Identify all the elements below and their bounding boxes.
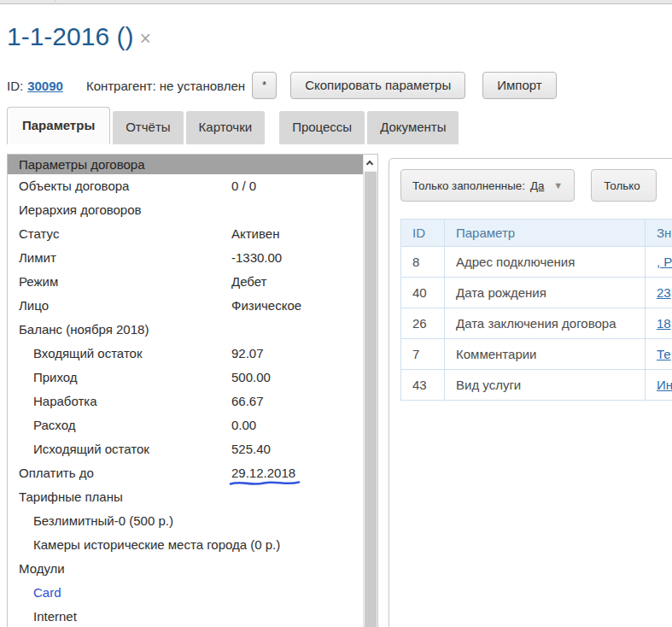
param-row: 7КомментарииТе: [401, 339, 672, 370]
param-id-cell: 26: [401, 308, 445, 339]
left-panel-row[interactable]: Баланс (ноября 2018): [8, 318, 377, 342]
row-label: Лимит: [8, 246, 56, 270]
left-panel-row[interactable]: Исходящий остаток525.40: [8, 437, 377, 461]
top-strip-divider: [55, 0, 56, 4]
import-button[interactable]: Импорт: [482, 72, 556, 99]
row-value: 500.00: [231, 366, 271, 390]
left-panel-row[interactable]: Тарифные планы: [8, 485, 377, 509]
tab-otchety[interactable]: Отчёты: [113, 111, 183, 144]
row-label: Приход: [8, 366, 78, 390]
parameters-table: ID Параметр Зн 8Адрес подключения, Р40Да…: [400, 219, 672, 401]
counterparty-select-button[interactable]: *: [252, 72, 277, 99]
param-name-cell: Дата заключения договора: [445, 308, 646, 339]
scroll-up-button[interactable]: [364, 155, 377, 171]
contract-title: 1-1-2016 (): [7, 22, 133, 51]
param-name-cell: Адрес подключения: [445, 247, 646, 278]
left-panel-row[interactable]: Лимит-1330.00: [8, 246, 377, 270]
left-panel-row[interactable]: Камеры исторические места города (0 р.): [8, 533, 377, 557]
filter-second-dropdown[interactable]: Только: [591, 169, 656, 202]
param-name-cell: Дата рождения: [445, 278, 646, 308]
left-panel-row[interactable]: РежимДебет: [8, 270, 377, 294]
page-title: 1-1-2016 () ×: [7, 22, 151, 51]
param-row: 8Адрес подключения, Р: [401, 247, 672, 278]
filter-filled-label: Только заполненные:: [412, 179, 525, 192]
left-panel-row[interactable]: Модули: [8, 557, 377, 581]
left-panel-row[interactable]: Приход500.00: [8, 366, 377, 390]
row-label: Оплатить до: [8, 461, 94, 485]
row-label: Баланс (ноября 2018): [8, 318, 149, 342]
left-panel-row[interactable]: Наработка66.67: [8, 390, 377, 413]
contract-header-row: ID: 30090 Контрагент: не установлен * Ск…: [7, 72, 557, 99]
left-panel-row[interactable]: Иерархия договоров: [8, 198, 377, 222]
param-id-cell: 43: [401, 370, 445, 401]
param-value-cell: Те: [646, 339, 672, 370]
row-value: 0.00: [231, 413, 256, 437]
filter-filled-dropdown[interactable]: Только заполненные: Да ▼: [400, 169, 575, 202]
left-panel-row[interactable]: ЛицоФизическое: [8, 294, 377, 318]
row-label: Наработка: [8, 390, 97, 413]
row-label: Объекты договора: [8, 174, 129, 198]
left-panel-row[interactable]: Оплатить до29.12.2018: [8, 461, 377, 485]
left-panel-row[interactable]: СтатусАктивен: [8, 222, 377, 246]
param-id-cell: 8: [401, 247, 445, 278]
param-row: 40Дата рождения23: [401, 278, 672, 308]
param-value-link[interactable]: Ин: [657, 378, 672, 392]
row-value: Активен: [231, 222, 279, 246]
filter-row: Только заполненные: Да ▼ Только: [400, 169, 672, 202]
left-panel-row[interactable]: Card: [8, 581, 377, 605]
tab-dokumenty[interactable]: Документы: [367, 111, 459, 144]
column-header-param: Параметр: [445, 220, 646, 247]
params-table-body: 8Адрес подключения, Р40Дата рождения2326…: [401, 247, 672, 401]
left-panel-row[interactable]: Расход0.00: [8, 413, 377, 437]
module-link[interactable]: Card: [8, 581, 61, 605]
left-panel-row[interactable]: Internet: [8, 605, 377, 627]
row-value: 0 / 0: [231, 174, 256, 198]
column-header-id: ID: [401, 220, 445, 247]
left-panel-scrollbar[interactable]: [363, 155, 377, 627]
chevron-down-icon: ▼: [553, 180, 563, 190]
browser-top-strip: [0, 0, 672, 4]
row-label: Тарифные планы: [8, 485, 123, 509]
left-panel-row[interactable]: Входящий остаток92.07: [8, 342, 377, 366]
row-value: 525.40: [231, 437, 271, 461]
row-value: 92.07: [231, 342, 264, 366]
param-value-link[interactable]: 18: [657, 316, 671, 331]
param-value-cell: 18: [646, 308, 672, 339]
param-value-cell: , Р: [646, 247, 672, 278]
row-label: Лицо: [8, 294, 49, 318]
close-icon[interactable]: ×: [139, 27, 150, 50]
left-panel-row[interactable]: Безлимитный-0 (500 р.): [8, 509, 377, 533]
param-value-cell: 23: [646, 278, 672, 308]
copy-parameters-button[interactable]: Скопировать параметры: [290, 72, 465, 99]
left-panel-header[interactable]: Параметры договора: [8, 155, 377, 174]
contract-id-link[interactable]: 30090: [27, 79, 63, 93]
param-value-cell: Ин: [646, 370, 672, 401]
tab-parametry[interactable]: Параметры: [7, 107, 110, 144]
counterparty-label: Контрагент: не установлен: [86, 79, 245, 93]
tab-processy[interactable]: Процессы: [279, 111, 365, 144]
row-label: Иерархия договоров: [8, 198, 142, 222]
row-value: Физическое: [231, 294, 301, 318]
column-header-value: Зн: [646, 220, 672, 247]
param-name-cell: Комментарии: [445, 339, 646, 370]
param-row: 26Дата заключения договора18: [401, 308, 672, 339]
row-label: Безлимитный-0 (500 р.): [8, 509, 173, 533]
row-label: Режим: [8, 270, 58, 294]
param-value-link[interactable]: 23: [657, 285, 671, 300]
param-id-cell: 7: [401, 339, 445, 370]
param-value-link[interactable]: , Р: [657, 255, 672, 269]
contract-parameters-panel: Параметры договора Объекты договора0 / 0…: [7, 154, 378, 627]
chevron-up-icon: [366, 161, 373, 167]
scrollbar-thumb[interactable]: [365, 172, 377, 627]
row-label: Камеры исторические места города (0 р.): [8, 533, 280, 557]
left-panel-row[interactable]: Объекты договора0 / 0: [8, 174, 377, 198]
parameters-values-panel: Только заполненные: Да ▼ Только ID Парам…: [389, 158, 672, 627]
id-label: ID:: [7, 79, 23, 93]
row-label: Модули: [8, 557, 65, 581]
tab-kartochki[interactable]: Карточки: [186, 111, 266, 144]
row-label: Статус: [8, 222, 59, 246]
param-row: 43Вид услугиИн: [401, 370, 672, 401]
param-value-link[interactable]: Те: [657, 347, 671, 361]
tab-bar: ПараметрыОтчётыКарточкиПроцессыДокументы: [7, 107, 461, 144]
row-label: Входящий остаток: [8, 342, 143, 366]
